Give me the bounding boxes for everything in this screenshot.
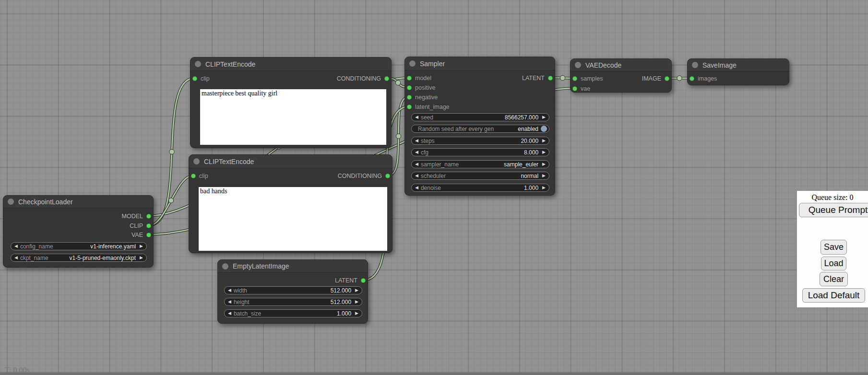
output-slot-clip[interactable] — [146, 223, 151, 228]
input-slot-latent-image[interactable] — [407, 105, 412, 109]
widget-width[interactable]: ◀ width 512.000 ▶ — [224, 286, 362, 294]
load-button[interactable]: Load — [821, 257, 846, 270]
collapse-dot-icon[interactable] — [8, 199, 14, 205]
prompt-textarea[interactable]: masterpiece best quality girl — [200, 89, 386, 145]
output-slot-conditioning[interactable] — [384, 76, 389, 81]
node-title-bar[interactable]: VAEDecode — [571, 59, 671, 71]
prev-arrow-icon[interactable]: ◀ — [415, 148, 418, 156]
node-vaedecode[interactable]: VAEDecode samples IMAGE vae — [570, 59, 672, 93]
node-emptylatentimage[interactable]: EmptyLatentImage LATENT ◀ width 512.000 … — [217, 259, 368, 324]
widget-label: width — [234, 287, 331, 294]
prev-arrow-icon[interactable]: ◀ — [14, 242, 18, 250]
next-arrow-icon[interactable]: ▶ — [542, 137, 546, 145]
toggle-dot-icon[interactable] — [541, 126, 547, 132]
node-title-bar[interactable]: CheckpointLoader — [3, 196, 153, 208]
widget-label: sampler_name — [421, 161, 504, 168]
collapse-dot-icon[interactable] — [193, 158, 200, 164]
execution-timer: T: 0.00s — [5, 366, 30, 375]
node-sampler[interactable]: Sampler model LATENT positive negative l… — [404, 57, 555, 196]
widget-random-seed-toggle[interactable]: Random seed after every gen enabled — [411, 125, 549, 133]
next-arrow-icon[interactable]: ▶ — [355, 286, 358, 294]
prev-arrow-icon[interactable]: ◀ — [228, 309, 231, 317]
next-arrow-icon[interactable]: ▶ — [542, 148, 546, 156]
node-cliptextencode-positive[interactable]: CLIPTextEncode clip CONDITIONING masterp… — [190, 57, 392, 148]
widget-value: v1-5-pruned-emaonly.ckpt — [70, 255, 136, 261]
save-button[interactable]: Save — [820, 240, 847, 255]
node-title-bar[interactable]: CLIPTextEncode — [189, 155, 392, 168]
widget-value: 20.000 — [521, 138, 538, 144]
graph-canvas[interactable]: CLIPTextEncode clip CONDITIONING masterp… — [0, 0, 868, 375]
widget-value: normal — [521, 173, 538, 179]
prev-arrow-icon[interactable]: ◀ — [415, 160, 418, 168]
output-slot-vae[interactable] — [146, 233, 151, 237]
node-title-bar[interactable]: Sampler — [405, 57, 555, 70]
clear-button[interactable]: Clear — [820, 272, 848, 286]
widget-height[interactable]: ◀ height 512.000 ▶ — [224, 298, 362, 306]
widget-ckpt-name[interactable]: ◀ ckpt_name v1-5-pruned-emaonly.ckpt ▶ — [11, 254, 147, 262]
widget-denoise[interactable]: ◀ denoise 1.000 ▶ — [411, 184, 549, 192]
prev-arrow-icon[interactable]: ◀ — [415, 113, 418, 121]
widget-label: cfg — [421, 149, 524, 156]
collapse-dot-icon[interactable] — [692, 62, 698, 68]
prev-arrow-icon[interactable]: ◀ — [415, 137, 418, 145]
widget-sampler-name[interactable]: ◀ sampler_name sample_euler ▶ — [411, 160, 549, 168]
collapse-dot-icon[interactable] — [195, 61, 201, 67]
next-arrow-icon[interactable]: ▶ — [140, 242, 143, 250]
node-saveimage[interactable]: SaveImage images — [687, 59, 789, 85]
node-title-bar[interactable]: CLIPTextEncode — [190, 58, 391, 71]
next-arrow-icon[interactable]: ▶ — [542, 184, 546, 192]
prev-arrow-icon[interactable]: ◀ — [228, 298, 231, 306]
input-slot-vae[interactable] — [572, 86, 577, 91]
next-arrow-icon[interactable]: ▶ — [140, 254, 143, 262]
prev-arrow-icon[interactable]: ◀ — [14, 254, 18, 262]
next-arrow-icon[interactable]: ▶ — [542, 160, 546, 168]
load-default-button[interactable]: Load Default — [802, 288, 865, 303]
input-slot-model[interactable] — [407, 76, 412, 81]
widget-label: height — [234, 299, 331, 305]
input-slot-negative[interactable] — [407, 95, 412, 100]
input-slot-positive[interactable] — [407, 85, 412, 90]
next-arrow-icon[interactable]: ▶ — [355, 309, 358, 317]
input-label: model — [415, 75, 431, 82]
prev-arrow-icon[interactable]: ◀ — [415, 184, 418, 192]
output-label: IMAGE — [642, 75, 661, 82]
widget-scheduler[interactable]: ◀ scheduler normal ▶ — [411, 172, 549, 180]
node-checkpointloader[interactable]: CheckpointLoader MODEL CLIP VAE ◀ config… — [3, 195, 154, 268]
collapse-dot-icon[interactable] — [409, 60, 416, 67]
queue-prompt-button[interactable]: Queue Prompt — [799, 203, 868, 217]
input-slot-clip[interactable] — [192, 76, 197, 81]
widget-config-name[interactable]: ◀ config_name v1-inference.yaml ▶ — [11, 242, 147, 250]
widget-steps[interactable]: ◀ steps 20.000 ▶ — [411, 137, 549, 145]
widget-label: batch_size — [234, 310, 337, 317]
prompt-textarea[interactable]: bad hands — [199, 187, 387, 251]
prev-arrow-icon[interactable]: ◀ — [228, 286, 231, 294]
collapse-dot-icon[interactable] — [575, 62, 581, 68]
output-slot-latent[interactable] — [361, 278, 366, 283]
next-arrow-icon[interactable]: ▶ — [355, 298, 358, 306]
input-slot-images[interactable] — [690, 76, 694, 81]
output-slot-latent[interactable] — [548, 76, 553, 81]
widget-cfg[interactable]: ◀ cfg 8.000 ▶ — [411, 148, 549, 156]
node-title-bar[interactable]: SaveImage — [688, 59, 789, 71]
node-title: EmptyLatentImage — [233, 262, 289, 270]
input-slot-clip[interactable] — [191, 174, 196, 178]
canvas-bottom-edge — [0, 373, 868, 375]
collapse-dot-icon[interactable] — [222, 263, 228, 270]
node-title: SaveImage — [702, 61, 737, 69]
menu-panel: Queue size: 0 Queue Prompt Save Load Cle… — [797, 191, 868, 307]
next-arrow-icon[interactable]: ▶ — [542, 113, 546, 121]
node-title-bar[interactable]: EmptyLatentImage — [218, 260, 368, 273]
output-slot-model[interactable] — [146, 214, 151, 219]
prev-arrow-icon[interactable]: ◀ — [415, 172, 418, 180]
input-slot-samples[interactable] — [572, 76, 577, 81]
node-cliptextencode-negative[interactable]: CLIPTextEncode clip CONDITIONING bad han… — [189, 154, 392, 253]
widget-label: scheduler — [421, 173, 521, 179]
widget-value: 8.000 — [524, 149, 538, 156]
output-slot-conditioning[interactable] — [385, 174, 390, 178]
next-arrow-icon[interactable]: ▶ — [542, 172, 546, 180]
output-slot-image[interactable] — [665, 76, 669, 81]
node-title: Sampler — [420, 60, 445, 68]
widget-seed[interactable]: ◀ seed 8566257.000 ▶ — [411, 113, 549, 121]
widget-batch-size[interactable]: ◀ batch_size 1.000 ▶ — [224, 309, 362, 317]
toggle-state: enabled — [518, 126, 538, 132]
